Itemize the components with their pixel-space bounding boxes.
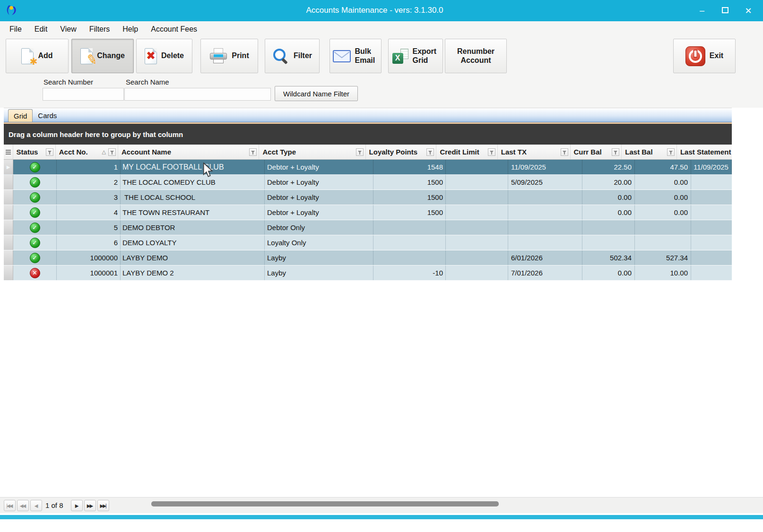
menu-file[interactable]: File bbox=[9, 25, 22, 34]
column-header-status[interactable]: Status bbox=[13, 145, 56, 159]
cell-curr-bal[interactable]: 0.00 bbox=[582, 190, 635, 205]
filter-funnel-icon[interactable] bbox=[667, 148, 675, 156]
cell-loyalty-points[interactable] bbox=[373, 220, 446, 235]
cell-loyalty-points[interactable]: 1548 bbox=[373, 160, 446, 174]
column-header-account-name[interactable]: Account Name bbox=[118, 145, 259, 159]
first-page-button[interactable]: |◀◀ bbox=[4, 500, 16, 511]
cell-last-statement[interactable] bbox=[691, 205, 732, 220]
next-page-button[interactable]: ▶ bbox=[71, 500, 83, 511]
cell-curr-bal[interactable]: 0.00 bbox=[582, 205, 635, 220]
cell-acct-no[interactable]: 2 bbox=[57, 175, 121, 189]
cell-loyalty-points[interactable]: -10 bbox=[373, 266, 446, 280]
cell-acct-no[interactable]: 1 bbox=[57, 160, 121, 174]
table-row[interactable]: 6 DEMO LOYALTY Loyalty Only bbox=[4, 235, 732, 250]
previous-page-button[interactable]: ◀ bbox=[30, 500, 42, 511]
table-row[interactable]: 5 DEMO DEBTOR Debtor Only bbox=[4, 220, 732, 235]
filter-funnel-icon[interactable] bbox=[426, 148, 434, 156]
cell-acct-no[interactable]: 6 bbox=[57, 235, 121, 250]
cell-acct-type[interactable]: Debtor + Loyalty bbox=[265, 190, 373, 205]
cell-last-tx[interactable]: 5/09/2025 bbox=[508, 175, 582, 189]
table-row[interactable]: 4 THE TOWN RESTAURANT Debtor + Loyalty 1… bbox=[4, 205, 732, 220]
filter-funnel-icon[interactable] bbox=[356, 148, 364, 156]
wildcard-name-filter-button[interactable]: Wildcard Name Filter bbox=[275, 86, 358, 101]
cell-last-tx[interactable] bbox=[508, 190, 582, 205]
filter-funnel-icon[interactable] bbox=[249, 148, 257, 156]
cell-last-bal[interactable]: 0.00 bbox=[635, 190, 691, 205]
cell-acct-type[interactable]: Loyalty Only bbox=[265, 235, 373, 250]
cell-last-statement[interactable] bbox=[691, 190, 732, 205]
cell-last-tx[interactable]: 11/09/2025 bbox=[508, 160, 582, 174]
cell-credit-limit[interactable] bbox=[446, 205, 508, 220]
export-grid-button[interactable]: X Export Grid bbox=[388, 39, 443, 73]
cell-account-name[interactable]: MY LOCAL FOOTBALL CLUB bbox=[121, 160, 265, 174]
horizontal-scrollbar-thumb[interactable] bbox=[151, 501, 499, 506]
menu-edit[interactable]: Edit bbox=[35, 25, 48, 34]
grid-corner-cell[interactable] bbox=[4, 145, 13, 159]
cell-acct-type[interactable]: Debtor + Loyalty bbox=[265, 175, 373, 189]
cell-acct-type[interactable]: Debtor Only bbox=[265, 220, 373, 235]
menu-view[interactable]: View bbox=[60, 25, 76, 34]
column-header-loyalty-points[interactable]: Loyalty Points bbox=[366, 145, 437, 159]
cell-curr-bal[interactable]: 502.34 bbox=[582, 250, 635, 265]
cell-last-bal[interactable] bbox=[635, 220, 691, 235]
cell-acct-no[interactable]: 1000001 bbox=[57, 266, 121, 280]
cell-curr-bal[interactable] bbox=[582, 235, 635, 250]
cell-last-statement[interactable] bbox=[691, 235, 732, 250]
cell-loyalty-points[interactable]: 1500 bbox=[373, 205, 446, 220]
cell-account-name[interactable]: LAYBY DEMO bbox=[121, 250, 265, 265]
exit-button[interactable]: Exit bbox=[673, 39, 736, 73]
last-page-button[interactable]: ▶▶| bbox=[97, 500, 109, 511]
cell-last-bal[interactable]: 10.00 bbox=[635, 266, 691, 280]
cell-acct-type[interactable]: Layby bbox=[265, 266, 373, 280]
tab-cards[interactable]: Cards bbox=[33, 109, 62, 122]
cell-acct-type[interactable]: Debtor + Loyalty bbox=[265, 205, 373, 220]
cell-account-name[interactable]: DEMO DEBTOR bbox=[121, 220, 265, 235]
cell-account-name[interactable]: THE LOCAL COMEDY CLUB bbox=[121, 175, 265, 189]
cell-last-tx[interactable]: 7/01/2026 bbox=[508, 266, 582, 280]
cell-curr-bal[interactable]: 0.00 bbox=[582, 266, 635, 280]
fast-next-button[interactable]: ▶▶ bbox=[84, 500, 96, 511]
cell-loyalty-points[interactable]: 1500 bbox=[373, 175, 446, 189]
fast-previous-button[interactable]: ◀◀ bbox=[17, 500, 29, 511]
change-button[interactable]: ✎ Change bbox=[71, 39, 134, 73]
cell-last-statement[interactable]: 11/09/2025 bbox=[691, 160, 732, 174]
cell-acct-no[interactable]: 5 bbox=[57, 220, 121, 235]
cell-credit-limit[interactable] bbox=[446, 235, 508, 250]
renumber-account-button[interactable]: Renumber Account bbox=[445, 39, 507, 73]
column-header-acct-type[interactable]: Acct Type bbox=[259, 145, 365, 159]
cell-last-bal[interactable]: 0.00 bbox=[635, 205, 691, 220]
cell-curr-bal[interactable] bbox=[582, 220, 635, 235]
cell-account-name[interactable]: THE LOCAL SCHOOL bbox=[121, 190, 265, 205]
group-by-bar[interactable]: Drag a column header here to group by th… bbox=[4, 124, 732, 145]
cell-last-statement[interactable] bbox=[691, 220, 732, 235]
cell-last-bal[interactable] bbox=[635, 235, 691, 250]
cell-last-bal[interactable]: 527.34 bbox=[635, 250, 691, 265]
cell-account-name[interactable]: DEMO LOYALTY bbox=[121, 235, 265, 250]
search-number-input[interactable] bbox=[43, 88, 124, 101]
column-header-acct-no[interactable]: Acct No. △ bbox=[56, 145, 118, 159]
search-name-input[interactable] bbox=[124, 88, 271, 101]
cell-last-bal[interactable]: 0.00 bbox=[635, 175, 691, 189]
cell-last-statement[interactable] bbox=[691, 250, 732, 265]
cell-account-name[interactable]: THE TOWN RESTAURANT bbox=[121, 205, 265, 220]
filter-funnel-icon[interactable] bbox=[488, 148, 495, 156]
delete-button[interactable]: ✖ Delete bbox=[136, 39, 192, 73]
tab-grid[interactable]: Grid bbox=[8, 109, 33, 122]
table-row[interactable]: 1000001 LAYBY DEMO 2 Layby -10 7/01/2026… bbox=[4, 266, 732, 281]
cell-last-tx[interactable] bbox=[508, 205, 582, 220]
column-header-last-statement[interactable]: Last Statement bbox=[677, 145, 732, 159]
cell-credit-limit[interactable] bbox=[446, 190, 508, 205]
filter-funnel-icon[interactable] bbox=[46, 148, 53, 156]
cell-credit-limit[interactable] bbox=[446, 266, 508, 280]
table-row[interactable]: 1000000 LAYBY DEMO Layby 6/01/2026 502.3… bbox=[4, 250, 732, 266]
cell-acct-no[interactable]: 1000000 bbox=[57, 250, 121, 265]
column-header-curr-bal[interactable]: Curr Bal bbox=[571, 145, 622, 159]
table-row[interactable]: ▶ 1 MY LOCAL FOOTBALL CLUB Debtor + Loya… bbox=[4, 160, 732, 175]
cell-loyalty-points[interactable] bbox=[373, 235, 446, 250]
cell-loyalty-points[interactable]: 1500 bbox=[373, 190, 446, 205]
filter-button[interactable]: Filter bbox=[265, 39, 320, 73]
cell-acct-type[interactable]: Debtor + Loyalty bbox=[265, 160, 373, 174]
cell-curr-bal[interactable]: 20.00 bbox=[582, 175, 635, 189]
cell-credit-limit[interactable] bbox=[446, 250, 508, 265]
cell-last-tx[interactable] bbox=[508, 220, 582, 235]
